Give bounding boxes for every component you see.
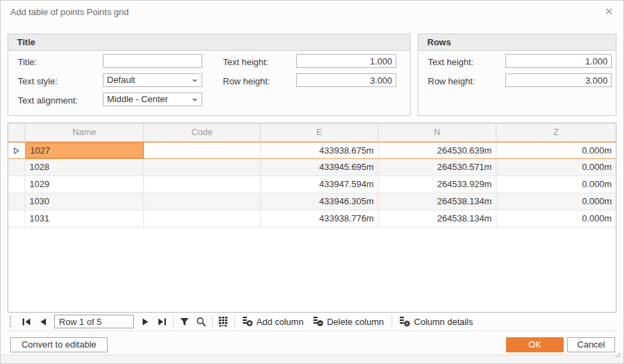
dialog-titlebar: Add table of points Points grid ✕ — [1, 1, 623, 24]
title-label: Title: — [18, 57, 37, 67]
cell-code[interactable] — [144, 176, 261, 193]
grid-toolbar: Add column Delete column Column details — [8, 313, 616, 331]
text-style-label: Text style: — [18, 76, 58, 86]
filter-button[interactable] — [176, 314, 193, 329]
last-record-icon — [158, 318, 167, 326]
current-row-arrow-icon — [14, 147, 19, 154]
filter-icon — [180, 317, 189, 326]
table-row[interactable]: 1031433938.776m264538.134m0.000m — [8, 210, 616, 228]
row-selector-header — [8, 123, 25, 141]
previous-record-button[interactable] — [34, 314, 51, 329]
cell-z[interactable]: 0.000m — [496, 176, 616, 193]
cell-e[interactable]: 433945.695m — [261, 159, 379, 175]
grid-header-row: Name Code E N Z — [8, 123, 616, 142]
add-column-label: Add column — [256, 317, 304, 327]
first-record-button[interactable] — [18, 314, 34, 329]
rows-text-height-label: Text height: — [428, 57, 474, 67]
cell-z[interactable]: 0.000m — [496, 159, 616, 175]
column-details-icon — [400, 317, 411, 327]
cell-z[interactable]: 0.000m — [496, 143, 616, 158]
text-alignment-dropdown[interactable]: Middle - Center — [103, 93, 202, 106]
title-text-height-input[interactable] — [296, 54, 396, 68]
toolbar-grip-handle[interactable] — [10, 316, 14, 327]
text-style-value: Default — [107, 75, 135, 85]
grid-rows: 1027433938.675m264530.639m0.000m10284339… — [8, 142, 616, 228]
cell-code[interactable] — [144, 159, 261, 175]
text-alignment-value: Middle - Center — [107, 94, 168, 104]
close-icon[interactable]: ✕ — [603, 5, 615, 18]
toolbar-separator — [235, 315, 235, 328]
cell-e[interactable]: 433947.594m — [261, 176, 379, 193]
row-selector[interactable] — [8, 210, 25, 227]
next-record-button[interactable] — [137, 314, 154, 329]
table-row[interactable]: 1029433947.594m264533.929m0.000m — [8, 176, 616, 193]
row-selector[interactable] — [8, 159, 25, 175]
cell-n[interactable]: 264538.134m — [379, 210, 496, 227]
cell-n[interactable]: 264538.134m — [379, 193, 496, 210]
cell-e[interactable]: 433938.675m — [261, 143, 379, 158]
first-record-icon — [22, 318, 31, 326]
cancel-button[interactable]: Cancel — [567, 337, 615, 352]
cell-n[interactable]: 264533.929m — [379, 176, 496, 193]
toolbar-separator — [173, 315, 173, 328]
cell-name[interactable]: 1031 — [25, 210, 144, 227]
last-record-button[interactable] — [154, 314, 170, 329]
text-style-dropdown[interactable]: Default — [103, 73, 202, 87]
table-row[interactable]: 1028433945.695m264530.571m0.000m — [8, 159, 616, 176]
record-position-input[interactable] — [54, 315, 134, 328]
add-column-button[interactable]: Add column — [238, 314, 309, 329]
column-header-code[interactable]: Code — [144, 123, 261, 141]
best-fit-columns-button[interactable] — [215, 314, 232, 329]
cell-code[interactable] — [144, 210, 261, 227]
cell-n[interactable]: 264530.639m — [379, 143, 496, 158]
table-row[interactable]: 1030433946.305m264538.134m0.000m — [8, 193, 616, 210]
add-table-of-points-dialog: Add table of points Points grid ✕ Title … — [0, 0, 624, 364]
rows-row-height-input[interactable] — [505, 73, 612, 87]
column-header-e[interactable]: E — [261, 123, 379, 141]
next-record-icon — [141, 318, 150, 326]
column-details-label: Column details — [414, 317, 473, 327]
dialog-title: Add table of points Points grid — [10, 7, 129, 17]
row-selector[interactable] — [8, 193, 25, 210]
table-row[interactable]: 1027433938.675m264530.639m0.000m — [8, 142, 616, 159]
fit-columns-icon — [219, 317, 229, 327]
column-header-z[interactable]: Z — [496, 123, 616, 141]
column-header-n[interactable]: N — [379, 123, 496, 141]
cell-e[interactable]: 433938.776m — [261, 210, 379, 227]
ok-button[interactable]: OK — [506, 337, 564, 352]
rows-groupbox: Rows Text height: Row height: — [418, 34, 616, 116]
cell-name[interactable]: 1030 — [25, 193, 144, 210]
text-alignment-label: Text alignment: — [18, 95, 77, 106]
title-row-height-label: Row height: — [223, 76, 270, 86]
cell-e[interactable]: 433946.305m — [261, 193, 379, 210]
cell-name[interactable]: 1027 — [25, 143, 144, 158]
search-icon — [196, 317, 206, 327]
column-details-button[interactable]: Column details — [395, 314, 478, 329]
chevron-down-icon — [192, 99, 197, 101]
title-text-height-label: Text height: — [223, 57, 269, 67]
resize-grip-icon[interactable] — [614, 350, 621, 362]
convert-to-editable-button[interactable]: Convert to editable — [10, 337, 108, 352]
add-column-icon — [243, 317, 253, 326]
title-row-height-input[interactable] — [296, 73, 396, 87]
row-selector[interactable] — [8, 143, 25, 158]
delete-column-button[interactable]: Delete column — [309, 314, 389, 329]
cell-z[interactable]: 0.000m — [496, 210, 616, 227]
cell-name[interactable]: 1028 — [25, 159, 144, 175]
cell-z[interactable]: 0.000m — [496, 193, 616, 210]
points-grid: Name Code E N Z 1027433938.675m264530.63… — [8, 123, 616, 313]
title-groupbox: Title Title: Text style: Default Text al… — [8, 34, 411, 116]
previous-record-icon — [38, 318, 47, 326]
rows-text-height-input[interactable] — [505, 54, 612, 68]
column-header-name[interactable]: Name — [25, 123, 144, 141]
cell-code[interactable] — [144, 143, 261, 158]
cell-name[interactable]: 1029 — [25, 176, 144, 193]
cell-n[interactable]: 264530.571m — [379, 159, 496, 175]
row-selector[interactable] — [8, 176, 25, 193]
title-group-header: Title — [8, 34, 410, 51]
title-input[interactable] — [103, 54, 202, 68]
search-button[interactable] — [193, 314, 209, 329]
toolbar-separator — [392, 315, 392, 328]
cell-code[interactable] — [144, 193, 261, 210]
delete-column-label: Delete column — [327, 317, 384, 327]
